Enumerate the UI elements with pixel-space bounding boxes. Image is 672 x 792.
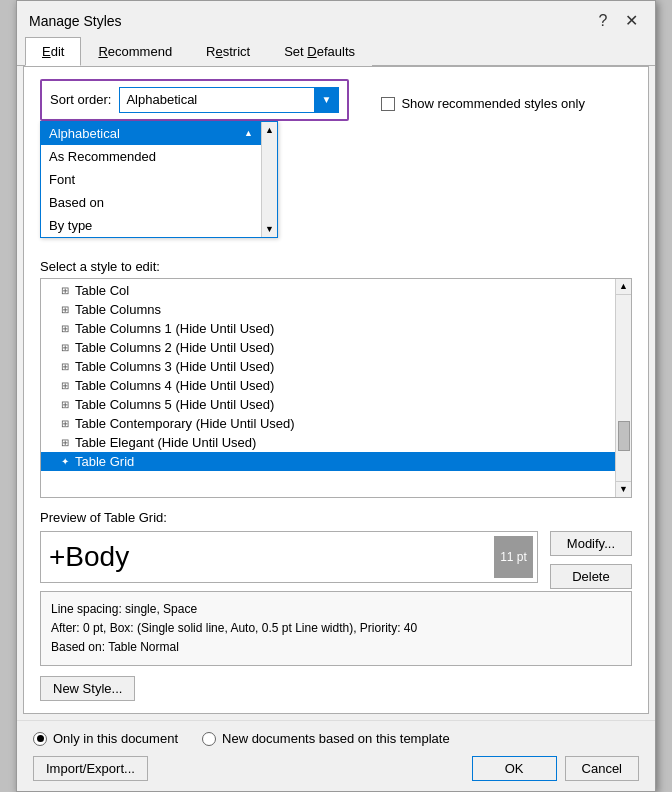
sort-order-row: Sort order: Alphabetical ▼ [40, 79, 349, 121]
ok-cancel-buttons: OK Cancel [472, 756, 639, 781]
list-item[interactable]: ⊞ Table Columns [41, 300, 631, 319]
dropdown-scrollbar: ▲ ▼ [261, 122, 277, 237]
list-item[interactable]: ⊞ Table Col [41, 281, 631, 300]
table-icon: ⊞ [61, 437, 69, 448]
select-style-label: Select a style to edit: [40, 259, 160, 274]
preview-label: Preview of Table Grid: [40, 510, 632, 525]
description-box: Line spacing: single, Space After: 0 pt,… [40, 591, 632, 667]
star-icon: ✦ [61, 456, 69, 467]
list-item[interactable]: ⊞ Table Columns 5 (Hide Until Used) [41, 395, 631, 414]
dropdown-item-by-type[interactable]: By type [41, 214, 261, 237]
cancel-button[interactable]: Cancel [565, 756, 639, 781]
radio-new-docs-circle [202, 732, 216, 746]
preview-pt: 11 pt [494, 536, 533, 578]
tab-edit[interactable]: Edit [25, 37, 81, 66]
import-export-button[interactable]: Import/Export... [33, 756, 148, 781]
sort-order-label: Sort order: [50, 92, 111, 107]
description-line1: Line spacing: single, Space [51, 600, 621, 619]
sort-order-select[interactable]: Alphabetical ▼ [119, 87, 339, 113]
radio-only-this-doc-circle [33, 732, 47, 746]
help-button[interactable]: ? [591, 9, 615, 33]
list-item[interactable]: ⊞ Table Columns 1 (Hide Until Used) [41, 319, 631, 338]
tab-restrict-label: Restrict [206, 44, 250, 59]
dropdown-item-font[interactable]: Font [41, 168, 261, 191]
radio-row: Only in this document New documents base… [33, 731, 639, 746]
table-icon: ⊞ [61, 380, 69, 391]
dropdown-item-based-on[interactable]: Based on [41, 191, 261, 214]
manage-styles-dialog: Manage Styles ? ✕ Edit Recommend Restric… [16, 0, 656, 792]
delete-button[interactable]: Delete [550, 564, 632, 589]
style-list-scrollbar: ▲ ▼ [615, 279, 631, 497]
list-item[interactable]: ⊞ Table Elegant (Hide Until Used) [41, 433, 631, 452]
main-content: Sort order: Alphabetical ▼ Show recommen… [23, 66, 649, 715]
radio-new-docs[interactable]: New documents based on this template [202, 731, 450, 746]
show-recommended-label: Show recommended styles only [401, 96, 585, 111]
scroll-down-button[interactable]: ▼ [616, 481, 632, 497]
tab-edit-label: Edit [42, 44, 64, 59]
style-list-container: ⊞ Table Col ⊞ Table Columns ⊞ Table Colu… [40, 278, 632, 498]
close-button[interactable]: ✕ [619, 9, 643, 33]
dropdown-item-alphabetical[interactable]: Alphabetical ▲ [41, 122, 261, 145]
action-buttons: Modify... Delete [550, 531, 632, 589]
bottom-section: Only in this document New documents base… [17, 720, 655, 791]
radio-only-this-doc-label: Only in this document [53, 731, 178, 746]
dropdown-scroll-up[interactable]: ▲ [262, 122, 278, 138]
list-item[interactable]: ⊞ Table Contemporary (Hide Until Used) [41, 414, 631, 433]
list-item[interactable]: ⊞ Table Columns 4 (Hide Until Used) [41, 376, 631, 395]
radio-only-this-doc[interactable]: Only in this document [33, 731, 178, 746]
radio-new-docs-label: New documents based on this template [222, 731, 450, 746]
list-item[interactable]: ⊞ Table Columns 3 (Hide Until Used) [41, 357, 631, 376]
scroll-thumb[interactable] [618, 421, 630, 451]
table-icon: ⊞ [61, 304, 69, 315]
bottom-buttons: Import/Export... OK Cancel [33, 756, 639, 781]
tab-restrict[interactable]: Restrict [189, 37, 267, 66]
ok-button[interactable]: OK [472, 756, 557, 781]
table-icon: ⊞ [61, 342, 69, 353]
tab-set-defaults[interactable]: Set Defaults [267, 37, 372, 66]
dropdown-scroll-down[interactable]: ▼ [262, 221, 278, 237]
modify-button[interactable]: Modify... [550, 531, 632, 556]
tab-recommend-label: Recommend [98, 44, 172, 59]
tab-bar: Edit Recommend Restrict Set Defaults [17, 37, 655, 66]
description-line2: After: 0 pt, Box: (Single solid line, Au… [51, 619, 621, 638]
sort-select-wrapper: Alphabetical ▼ [119, 87, 339, 113]
scroll-up-button[interactable]: ▲ [616, 279, 632, 295]
preview-box: +Body 11 pt [40, 531, 538, 583]
sort-order-value: Alphabetical [126, 92, 197, 107]
dialog-title: Manage Styles [29, 13, 122, 29]
table-icon: ⊞ [61, 361, 69, 372]
preview-body-text: +Body [45, 541, 494, 573]
table-icon: ⊞ [61, 418, 69, 429]
tab-set-defaults-label: Set Defaults [284, 44, 355, 59]
table-icon: ⊞ [61, 323, 69, 334]
table-icon: ⊞ [61, 399, 69, 410]
dropdown-item-as-recommended[interactable]: As Recommended [41, 145, 261, 168]
show-recommended-option[interactable]: Show recommended styles only [381, 96, 585, 111]
title-bar: Manage Styles ? ✕ [17, 1, 655, 37]
description-line3: Based on: Table Normal [51, 638, 621, 657]
table-icon: ⊞ [61, 285, 69, 296]
sort-dropdown-arrow[interactable]: ▼ [314, 88, 338, 112]
show-recommended-checkbox[interactable] [381, 97, 395, 111]
tab-recommend[interactable]: Recommend [81, 37, 189, 66]
sort-dropdown-menu: Alphabetical ▲ As Recommended Font Based… [40, 121, 278, 238]
list-item[interactable]: ⊞ Table Columns 2 (Hide Until Used) [41, 338, 631, 357]
style-list: ⊞ Table Col ⊞ Table Columns ⊞ Table Colu… [41, 279, 631, 497]
new-style-button[interactable]: New Style... [40, 676, 135, 701]
list-item-table-grid[interactable]: ✦ Table Grid [41, 452, 631, 471]
